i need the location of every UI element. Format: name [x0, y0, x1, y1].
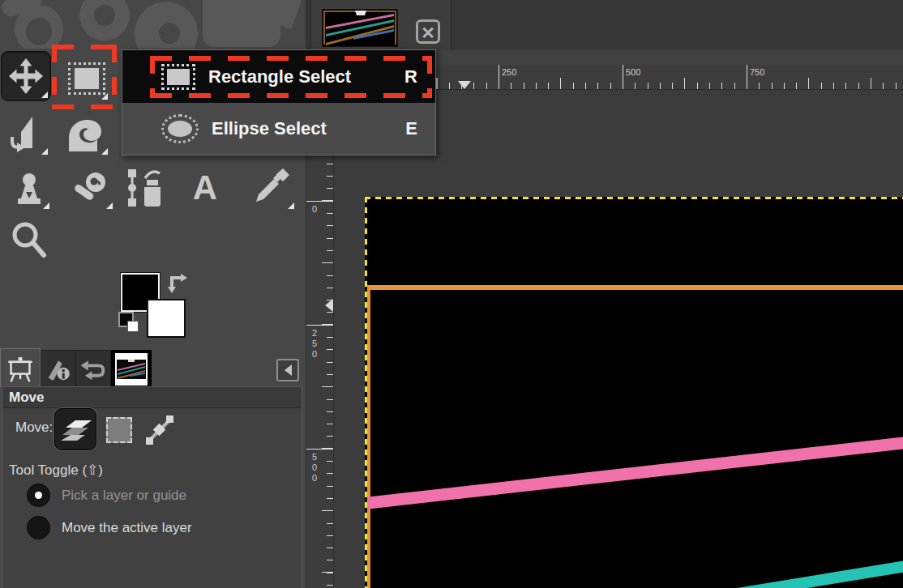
move-layer-mode-button[interactable]: [54, 408, 96, 450]
h-ruler-label: 500: [626, 67, 640, 77]
collapse-dock-button[interactable]: [276, 359, 299, 381]
selection-icon: [106, 417, 132, 443]
tool-options-title: Move: [2, 387, 302, 408]
tab-pointer[interactable]: [41, 350, 76, 387]
move-path-mode-button[interactable]: [142, 413, 178, 447]
rectangle-select-tool-button[interactable]: [63, 55, 110, 102]
dock-tab-bar: [0, 348, 306, 386]
pink-line: [365, 437, 903, 509]
v-ruler-label: 0: [310, 204, 319, 215]
color-picker-tool-button[interactable]: [243, 164, 297, 211]
vertical-ruler[interactable]: 0 250 500: [306, 89, 334, 588]
background-color-swatch[interactable]: [147, 299, 186, 338]
move-mode-label: Move:: [15, 420, 53, 436]
v-ruler-label: 250: [310, 328, 319, 360]
undo-history-icon: [79, 356, 107, 383]
menu-item-label: Rectangle Select: [208, 66, 351, 87]
clone-tool-button[interactable]: [6, 164, 52, 211]
close-icon[interactable]: ✕: [416, 19, 440, 44]
tool-options-panel: Move Move: Tool Toggle: [2, 386, 302, 588]
menu-item-shortcut: R: [404, 66, 417, 87]
image-tab-strip: ✕: [306, 0, 903, 51]
v-ruler-label: 500: [310, 452, 319, 484]
rectangle-select-icon: [161, 64, 195, 90]
smudge-tool-button[interactable]: [70, 164, 115, 211]
pointer-info-icon: [45, 356, 72, 383]
radio-label: Pick a layer or guide: [62, 488, 186, 504]
crop-icon: [7, 114, 48, 155]
rectangle-select-icon: [68, 62, 105, 95]
collapse-arrow-icon: [285, 364, 292, 376]
color-picker-icon: [246, 167, 293, 209]
path-icon: [143, 414, 176, 446]
radio-icon[interactable]: [27, 516, 50, 539]
menu-item-label: Ellipse Select: [212, 118, 327, 139]
layer-icon: [58, 415, 93, 444]
clone-icon: [10, 168, 49, 208]
menu-item-rectangle-select[interactable]: Rectangle Select R: [122, 50, 435, 103]
text-tool-button[interactable]: A: [183, 164, 227, 211]
swap-colors-icon[interactable]: [166, 271, 189, 293]
layer-boundary-top: [365, 197, 903, 199]
h-ruler-label: 250: [502, 67, 516, 77]
default-colors-button[interactable]: [118, 312, 139, 333]
option-move-active-layer[interactable]: Move the active layer: [27, 516, 192, 539]
warp-transform-icon: [66, 114, 108, 155]
h-ruler-label: 750: [750, 67, 764, 77]
radio-icon[interactable]: [27, 484, 50, 507]
image-tab-thumbnail: [322, 9, 398, 47]
wilber-decoration: [0, 0, 306, 49]
image-canvas[interactable]: [365, 197, 903, 588]
zoom-tool-button[interactable]: [6, 217, 52, 262]
text-tool-icon: A: [193, 171, 217, 205]
ellipse-select-icon: [161, 114, 199, 143]
tab-undo-history[interactable]: [75, 350, 111, 387]
move-tool-button[interactable]: [1, 51, 51, 101]
warp-transform-tool-button[interactable]: [63, 112, 110, 157]
menu-item-shortcut: E: [405, 118, 417, 139]
smudge-icon: [72, 168, 113, 208]
tab-tool-options[interactable]: [0, 348, 41, 387]
menu-item-ellipse-select[interactable]: Ellipse Select E: [122, 103, 435, 155]
layer-boundary-left: [365, 197, 367, 588]
tool-group-flyout-menu: Rectangle Select R Ellipse Select E: [122, 49, 436, 156]
option-pick-layer-or-guide[interactable]: Pick a layer or guide: [27, 484, 186, 507]
teal-line: [737, 556, 903, 588]
move-selection-mode-button[interactable]: [105, 416, 133, 444]
paths-icon: [124, 167, 173, 209]
canvas-area[interactable]: [334, 89, 903, 588]
zoom-icon: [9, 219, 49, 260]
pointer-position-marker-v: [325, 299, 333, 312]
tool-options-icon: [6, 354, 35, 383]
orange-line-horizontal: [365, 285, 903, 290]
crop-tool-button[interactable]: [5, 112, 50, 157]
radio-label: Move the active layer: [62, 520, 192, 536]
dock-thumbnail-icon: [115, 353, 148, 386]
gimp-window: ✕ 250 500 750 0 250 500: [0, 0, 903, 588]
move-icon: [6, 57, 45, 96]
pointer-position-marker-h: [458, 81, 471, 89]
tab-image-thumbnail[interactable]: [111, 350, 152, 387]
paths-tool-button[interactable]: [122, 164, 175, 211]
tool-toggle-label: Tool Toggle (⇧): [9, 462, 103, 479]
image-tab[interactable]: ✕: [310, 0, 452, 50]
